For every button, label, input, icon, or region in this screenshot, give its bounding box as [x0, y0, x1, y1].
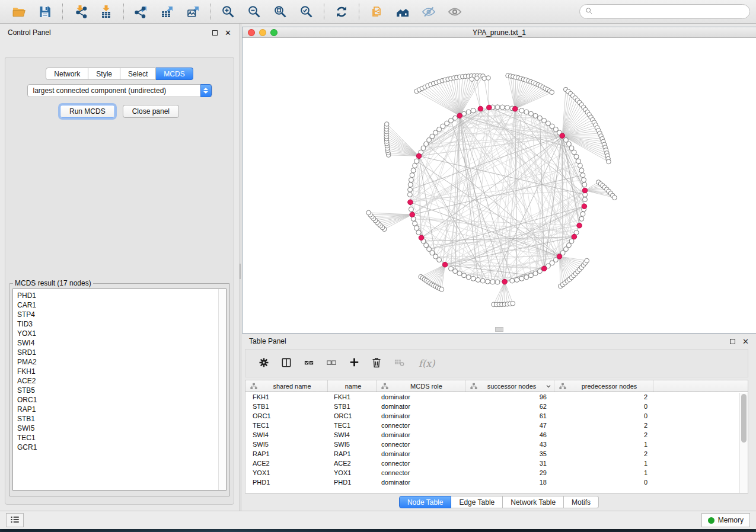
tab-node-table[interactable]: Node Table	[399, 496, 452, 508]
tab-network-table[interactable]: Network Table	[503, 496, 564, 508]
run-mcds-button[interactable]: Run MCDS	[60, 105, 115, 118]
deselect-all-rows-button[interactable]	[324, 355, 339, 371]
refresh-layout-button[interactable]	[334, 4, 349, 20]
cell-MCDS-role[interactable]: dominator	[377, 450, 465, 457]
column-header-name[interactable]: name	[328, 380, 377, 392]
mcds-result-item[interactable]: SRD1	[17, 348, 226, 357]
cell-successor-nodes[interactable]: 35	[465, 450, 554, 457]
window-zoom-icon[interactable]	[270, 29, 277, 36]
mcds-result-item[interactable]: STB5	[17, 386, 226, 395]
cell-predecessor-nodes[interactable]: 2	[554, 393, 653, 400]
table-row[interactable]: YOX1YOX1connector291	[245, 468, 748, 477]
cell-predecessor-nodes[interactable]: 1	[554, 469, 653, 476]
cell-successor-nodes[interactable]: 18	[465, 479, 554, 486]
network-canvas[interactable]	[243, 38, 756, 333]
column-header-shared-name[interactable]: shared name	[245, 380, 328, 392]
network-window-titlebar[interactable]: YPA_prune.txt_1	[243, 27, 756, 38]
cell-MCDS-role[interactable]: dominator	[377, 393, 465, 400]
cell-name[interactable]: PHD1	[328, 479, 377, 486]
cell-predecessor-nodes[interactable]: 2	[554, 431, 653, 438]
cell-successor-nodes[interactable]: 62	[465, 403, 554, 410]
mcds-result-item[interactable]: SWI5	[17, 424, 226, 433]
cell-predecessor-nodes[interactable]: 1	[554, 441, 653, 448]
cell-shared-name[interactable]: STB1	[245, 403, 328, 410]
cell-successor-nodes[interactable]: 96	[465, 393, 554, 400]
cell-successor-nodes[interactable]: 61	[465, 412, 554, 419]
create-column-button[interactable]	[346, 355, 362, 371]
select-all-rows-button[interactable]	[301, 355, 317, 371]
table-settings-button[interactable]	[256, 355, 272, 371]
close-panel-button[interactable]: Close panel	[123, 105, 179, 118]
export-table-button[interactable]	[160, 4, 175, 20]
mcds-result-item[interactable]: GCR1	[17, 443, 226, 452]
network-graph[interactable]	[243, 38, 756, 333]
cell-predecessor-nodes[interactable]: 0	[554, 403, 653, 410]
panel-layout-button[interactable]	[279, 355, 294, 371]
cell-successor-nodes[interactable]: 47	[465, 422, 554, 429]
cell-shared-name[interactable]: PHD1	[245, 479, 328, 486]
mcds-result-item[interactable]: ORC1	[17, 395, 226, 405]
tab-network[interactable]: Network	[46, 68, 88, 80]
save-session-button[interactable]	[37, 4, 53, 20]
tab-motifs[interactable]: Motifs	[564, 496, 599, 508]
cell-MCDS-role[interactable]: connector	[377, 469, 465, 476]
cell-predecessor-nodes[interactable]: 0	[554, 479, 653, 486]
mcds-result-item[interactable]: TEC1	[17, 433, 226, 443]
zoom-out-button[interactable]	[247, 4, 262, 20]
splitter-handle[interactable]	[495, 327, 503, 332]
cell-MCDS-role[interactable]: dominator	[377, 403, 465, 410]
cell-name[interactable]: RAP1	[328, 450, 377, 457]
float-table-panel-icon[interactable]	[730, 339, 735, 344]
cell-successor-nodes[interactable]: 46	[465, 431, 554, 438]
table-row[interactable]: RAP1RAP1dominator352	[245, 449, 748, 459]
window-minimize-icon[interactable]	[259, 29, 266, 36]
cell-shared-name[interactable]: FKH1	[245, 393, 328, 400]
cell-MCDS-role[interactable]: dominator	[377, 412, 465, 419]
close-panel-icon[interactable]: ✕	[225, 30, 231, 36]
column-header-MCDS-role[interactable]: MCDS role	[377, 380, 465, 392]
mcds-result-item[interactable]: FKH1	[17, 367, 226, 376]
cell-MCDS-role[interactable]: connector	[377, 460, 465, 467]
cell-name[interactable]: TEC1	[328, 422, 377, 429]
cell-name[interactable]: YOX1	[328, 469, 377, 476]
cell-predecessor-nodes[interactable]: 0	[554, 412, 653, 419]
mcds-result-item[interactable]: CAR1	[17, 300, 226, 310]
optimization-criterion-select[interactable]: largest connected component (undirected)	[27, 84, 212, 97]
table-row[interactable]: SWI4SWI4dominator462	[245, 430, 748, 440]
cell-successor-nodes[interactable]: 29	[465, 469, 554, 476]
clone-network-button[interactable]	[369, 4, 384, 20]
table-row[interactable]: PHD1PHD1dominator180	[245, 477, 748, 487]
mcds-result-item[interactable]: ACE2	[17, 376, 226, 386]
search-box[interactable]	[579, 4, 750, 19]
cell-shared-name[interactable]: RAP1	[245, 450, 328, 457]
tab-style[interactable]: Style	[88, 68, 120, 80]
cell-predecessor-nodes[interactable]: 2	[554, 422, 653, 429]
cell-successor-nodes[interactable]: 31	[465, 460, 554, 467]
cell-name[interactable]: SWI4	[328, 431, 377, 438]
zoom-fit-button[interactable]	[273, 4, 288, 20]
mcds-result-item[interactable]: TID3	[17, 319, 226, 329]
cell-shared-name[interactable]: ORC1	[245, 412, 328, 419]
zoom-selected-button[interactable]	[299, 4, 314, 20]
mcds-result-item[interactable]: RAP1	[17, 405, 226, 414]
mcds-result-item[interactable]: STP4	[17, 310, 226, 319]
first-neighbors-button[interactable]	[395, 4, 410, 20]
table-row[interactable]: SWI5SWI5connector431	[245, 440, 748, 449]
table-row[interactable]: ACE2ACE2connector311	[245, 459, 748, 468]
close-table-panel-icon[interactable]: ✕	[742, 339, 749, 344]
tab-mcds[interactable]: MCDS	[156, 68, 193, 80]
cell-shared-name[interactable]: SWI4	[245, 431, 328, 438]
cell-name[interactable]: STB1	[328, 403, 377, 410]
table-row[interactable]: FKH1FKH1dominator962	[245, 392, 748, 402]
table-scrollbar[interactable]	[739, 393, 748, 493]
cell-successor-nodes[interactable]: 43	[465, 441, 554, 448]
table-scrollbar-thumb[interactable]	[741, 394, 747, 443]
import-network-button[interactable]	[72, 4, 88, 20]
cell-predecessor-nodes[interactable]: 1	[554, 460, 653, 467]
cell-name[interactable]: FKH1	[328, 393, 377, 400]
search-input[interactable]	[596, 8, 745, 16]
cell-MCDS-role[interactable]: dominator	[377, 431, 465, 438]
open-file-button[interactable]	[11, 4, 27, 20]
mcds-result-item[interactable]: PMA2	[17, 357, 226, 367]
cell-MCDS-role[interactable]: connector	[377, 441, 465, 448]
